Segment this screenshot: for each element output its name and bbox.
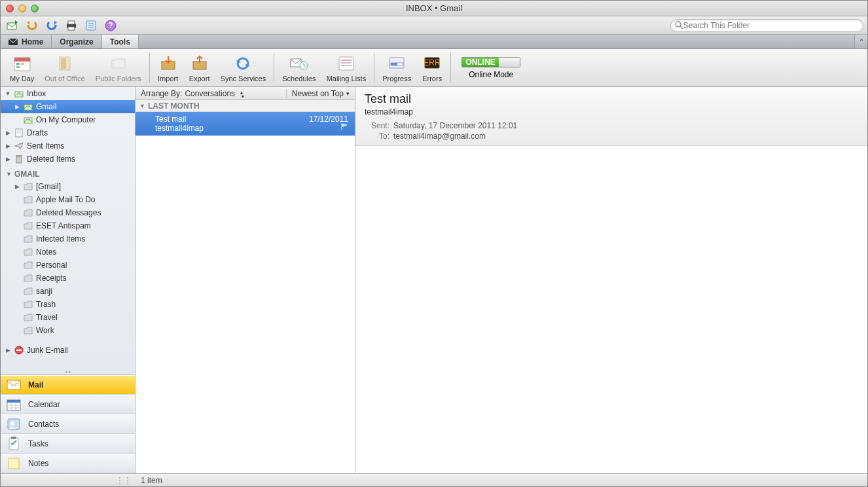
tab-tools[interactable]: Tools: [102, 35, 139, 48]
folder-label: Sent Items: [27, 141, 64, 151]
disclosure-triangle-icon[interactable]: ▶: [14, 103, 20, 110]
svg-text:?: ?: [108, 21, 113, 30]
folder-work[interactable]: Work: [1, 324, 135, 337]
out-of-office-button[interactable]: Out of Office: [39, 50, 90, 85]
my-day-button[interactable]: My Day: [5, 50, 39, 85]
svg-rect-2: [68, 21, 75, 24]
quick-toolbar: ?: [1, 16, 867, 35]
svg-rect-30: [391, 63, 397, 65]
folder-travel[interactable]: Travel: [1, 311, 135, 324]
message-body[interactable]: [355, 146, 867, 473]
junk-icon: [14, 345, 24, 355]
folder-apple-mail-todo[interactable]: Apple Mail To Do: [1, 193, 135, 206]
online-mode-toggle[interactable]: ONLINE Online Mode: [454, 50, 528, 85]
sidebar-resize-grip[interactable]: [1, 369, 135, 374]
folder-inbox-gmail[interactable]: ▶ Gmail: [1, 100, 135, 113]
folder-sent-items[interactable]: ▶ Sent Items: [1, 139, 135, 153]
search-input[interactable]: [683, 21, 859, 30]
folder-drafts[interactable]: ▶ Drafts: [1, 126, 135, 139]
minimize-window-button[interactable]: [18, 5, 26, 12]
ribbon-label: Errors: [422, 75, 442, 82]
section-gmail[interactable]: ▼ GMAIL: [1, 166, 135, 180]
search-box[interactable]: [670, 19, 863, 32]
reference-button[interactable]: [83, 18, 99, 33]
tab-organize[interactable]: Organize: [52, 35, 101, 48]
to-value: testmail4imap@gmail.com: [393, 131, 486, 141]
folder-tree[interactable]: ▼ Inbox ▶ Gmail On My Computer ▶ Drafts …: [1, 87, 135, 369]
mailing-lists-button[interactable]: Mailing Lists: [321, 50, 372, 85]
folder-label: Drafts: [27, 128, 48, 137]
folder-gmail-root[interactable]: ▶ [Gmail]: [1, 180, 135, 193]
disclosure-triangle-icon[interactable]: ▶: [5, 143, 11, 149]
folder-receipts[interactable]: Receipts: [1, 272, 135, 285]
export-button[interactable]: Export: [184, 50, 215, 85]
folder-eset-antispam[interactable]: ESET Antispam: [1, 219, 135, 232]
disclosure-triangle-icon[interactable]: ▶: [5, 347, 11, 353]
zoom-window-button[interactable]: [31, 5, 39, 12]
schedules-button[interactable]: Schedules: [277, 50, 321, 85]
ribbon-toolbar: My Day Out of Office Public Folders Impo…: [1, 49, 867, 87]
chevron-up-icon: ⌃: [859, 38, 864, 45]
folder-trash[interactable]: Trash: [1, 298, 135, 311]
folder-label: Infected Items: [36, 234, 85, 244]
disclosure-triangle-icon[interactable]: ▶: [14, 183, 20, 190]
folder-sanji[interactable]: sanji: [1, 285, 135, 298]
flag-icon[interactable]: [340, 123, 348, 133]
nav-tasks[interactable]: Tasks: [1, 434, 135, 454]
folder-deleted-items[interactable]: ▶ Deleted Items: [1, 153, 135, 166]
sync-services-button[interactable]: Sync Services: [215, 50, 272, 85]
help-button[interactable]: ?: [103, 18, 118, 33]
disclosure-triangle-icon[interactable]: ▶: [5, 130, 11, 136]
nav-contacts[interactable]: Contacts: [1, 414, 135, 434]
folder-icon: [23, 260, 33, 270]
folder-personal[interactable]: Personal: [1, 259, 135, 272]
import-button[interactable]: Import: [153, 50, 184, 85]
undo-button[interactable]: [24, 18, 40, 33]
svg-point-10: [676, 22, 681, 27]
folder-deleted-messages[interactable]: Deleted Messages: [1, 206, 135, 219]
errors-button[interactable]: ERR Errors: [416, 50, 448, 85]
arrange-by-value: Conversations: [185, 89, 235, 98]
nav-calendar[interactable]: Calendar: [1, 395, 135, 414]
group-header-last-month[interactable]: ▼ LAST MONTH: [136, 100, 355, 112]
folder-icon: [23, 247, 33, 257]
svg-line-11: [680, 26, 683, 29]
folder-label: Travel: [36, 313, 58, 322]
folder-junk[interactable]: ▶ Junk E-mail: [1, 344, 135, 357]
disclosure-triangle-icon[interactable]: ▼: [6, 171, 12, 177]
tab-home[interactable]: Home: [1, 35, 52, 48]
svg-rect-0: [7, 23, 16, 29]
to-label: To:: [365, 131, 389, 141]
close-window-button[interactable]: [6, 5, 14, 12]
folder-icon: [23, 221, 33, 231]
disclosure-triangle-icon[interactable]: ▼: [139, 103, 145, 109]
message-item[interactable]: Test mail testmail4imap 17/12/2011: [136, 112, 355, 136]
sort-dropdown[interactable]: Newest on Top ▾: [286, 89, 355, 98]
redo-button[interactable]: [44, 18, 60, 33]
disclosure-triangle-icon[interactable]: ▼: [5, 90, 11, 97]
svg-rect-3: [68, 27, 75, 30]
folder-notes[interactable]: Notes: [1, 245, 135, 259]
nav-label: Tasks: [28, 439, 48, 448]
disclosure-triangle-icon[interactable]: ▶: [5, 156, 11, 162]
public-folders-button[interactable]: Public Folders: [90, 50, 147, 85]
progress-button[interactable]: Progress: [377, 50, 416, 85]
svg-rect-45: [7, 400, 20, 403]
folder-inbox[interactable]: ▼ Inbox: [1, 87, 135, 100]
mailing-list-icon: [336, 53, 357, 74]
nav-notes[interactable]: Notes: [1, 454, 135, 473]
inbox-icon: [23, 115, 33, 125]
notes-icon: [6, 456, 22, 471]
send-receive-button[interactable]: [5, 18, 20, 33]
nav-label: Calendar: [28, 400, 60, 409]
print-button[interactable]: [63, 18, 79, 33]
folder-stack-icon: [108, 53, 129, 74]
message-subject-title: Test mail: [365, 92, 858, 106]
folder-on-my-computer[interactable]: On My Computer: [1, 113, 135, 126]
nav-mail[interactable]: Mail: [1, 375, 135, 395]
arrange-by-dropdown[interactable]: Arrange By: Conversations: [136, 89, 286, 98]
sidebar-splitter-grip[interactable]: ⋮⋮: [1, 476, 136, 485]
collapse-ribbon-button[interactable]: ⌃: [854, 35, 867, 48]
folder-label: ESET Antispam: [36, 221, 91, 230]
folder-infected-items[interactable]: Infected Items: [1, 232, 135, 245]
